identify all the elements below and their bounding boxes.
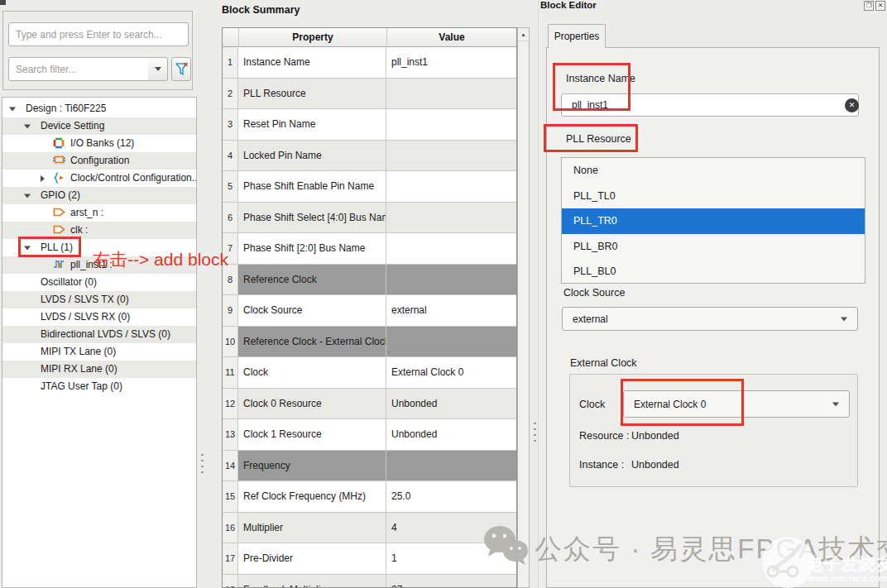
tree-item-configuration[interactable]: Configuration <box>2 152 196 170</box>
pll-resource-option-pll-tl0[interactable]: PLL_TL0 <box>562 184 865 209</box>
splitter-handle-right[interactable] <box>534 423 536 444</box>
table-row-reference-clock-external-clock[interactable]: 10Reference Clock - External Clock <box>223 327 516 358</box>
tree-item-design-ti60f225[interactable]: Design : Ti60F225 <box>2 100 196 117</box>
collapse-arrow-icon[interactable] <box>9 107 16 111</box>
table-row-phase-shift-enable-pin-name[interactable]: 5Phase Shift Enable Pin Name <box>223 171 516 203</box>
property-cell: Phase Shift [2:0] Bus Name <box>238 233 386 265</box>
table-row-pll-resource[interactable]: 2PLL Resource <box>223 79 516 110</box>
tree-item-mipi-tx-lane-0[interactable]: MIPI TX Lane (0) <box>2 343 196 361</box>
block-summary-title: Block Summary <box>222 4 300 16</box>
clock-source-value: external <box>573 313 608 325</box>
collapse-arrow-icon[interactable] <box>24 194 31 198</box>
table-row-ref-clock-frequency-mhz[interactable]: 15Ref Clock Frequency (MHz)25.0 <box>223 481 516 513</box>
instance-name-field[interactable]: pll_inst1 <box>561 93 859 117</box>
filter-input[interactable] <box>8 57 149 81</box>
funnel-icon <box>175 62 189 77</box>
tree-item-label: LVDS / SLVS RX (0) <box>41 308 130 326</box>
table-row-phase-shift-2-0-bus-name[interactable]: 7Phase Shift [2:0] Bus Name <box>223 233 516 265</box>
property-cell: Clock Source <box>238 295 386 327</box>
annotation-text: 右击--> add block <box>93 248 228 271</box>
row-number: 16 <box>223 513 238 544</box>
config-icon <box>53 155 65 166</box>
tree-item-jtag-user-tap-0[interactable]: JTAG User Tap (0) <box>2 378 196 395</box>
table-row-locked-pin-name[interactable]: 4Locked Pin Name <box>223 141 516 172</box>
tree-item-lvds-slvs-tx-0[interactable]: LVDS / SLVS TX (0) <box>2 291 196 308</box>
table-scrollbar[interactable]: ▲ <box>517 27 530 588</box>
tree-item-label: PLL (1) <box>41 239 73 256</box>
pll-resource-option-pll-br0[interactable]: PLL_BR0 <box>562 234 865 260</box>
property-cell: Reference Clock <box>238 265 386 296</box>
property-cell: Multiplier <box>238 513 386 544</box>
row-number: 11 <box>223 357 238 389</box>
table-row-phase-shift-select-4-0-bus-name[interactable]: 6Phase Shift Select [4:0] Bus Name <box>223 203 516 234</box>
float-window-icon: ❐ <box>865 2 871 9</box>
chevron-down-icon <box>841 317 847 321</box>
external-clock-select[interactable]: External Clock 0 <box>623 390 850 418</box>
tree-item-i-o-banks-12[interactable]: I/O Banks (12) <box>2 135 196 152</box>
tree-item-label: arst_n : <box>70 204 103 222</box>
tree-item-oscillator-0[interactable]: Oscillator (0) <box>2 274 196 291</box>
collapse-arrow-icon[interactable] <box>24 124 31 128</box>
row-number: 1 <box>223 47 238 79</box>
clear-field-button[interactable]: ✕ <box>845 98 859 112</box>
tree-item-gpio-2[interactable]: GPIO (2) <box>2 187 196 204</box>
splitter-handle-left[interactable] <box>201 454 204 476</box>
close-icon: ✕ <box>878 2 884 9</box>
table-row-clock-source[interactable]: 9Clock Sourceexternal <box>223 295 516 327</box>
scroll-up-icon: ▲ <box>520 31 526 37</box>
pll-resource-option-pll-bl0[interactable]: PLL_BL0 <box>562 259 865 284</box>
float-window-button[interactable]: ❐ <box>864 1 874 11</box>
table-row-clock[interactable]: 11ClockExternal Clock 0 <box>223 357 516 389</box>
column-header-value[interactable]: Value <box>386 28 516 47</box>
value-cell: Unbonded <box>386 389 516 420</box>
value-cell <box>386 265 516 296</box>
table-row-frequency[interactable]: 14Frequency <box>223 451 516 482</box>
table-row-multiplier[interactable]: 16Multiplier4 <box>223 513 516 544</box>
pll-resource-option-pll-tr0[interactable]: PLL_TR0 <box>562 208 865 234</box>
tree-item-lvds-slvs-rx-0[interactable]: LVDS / SLVS RX (0) <box>2 308 196 326</box>
column-header-property[interactable]: Property <box>238 28 386 47</box>
pll-resource-option-none[interactable]: None <box>562 158 865 184</box>
table-row-instance-name[interactable]: 1Instance Namepll_inst1 <box>223 47 516 79</box>
tab-properties[interactable]: Properties <box>548 24 606 48</box>
clear-filter-button[interactable] <box>171 57 191 81</box>
tab-seam <box>549 46 605 49</box>
tree-item-clock-control-configuration[interactable]: Clock/Control Configuration... <box>2 170 196 187</box>
table-row-feedback-multiplier[interactable]: 18Feedback Multiplier27 <box>223 575 516 588</box>
tree-item-label: Clock/Control Configuration... <box>70 170 197 187</box>
clear-field-icon: ✕ <box>849 102 856 109</box>
tree-item-arst-n[interactable]: arst_n : <box>2 204 196 222</box>
instance-label: Instance : <box>579 459 624 471</box>
property-cell: Frequency <box>238 451 386 482</box>
collapse-arrow-icon[interactable] <box>24 246 31 250</box>
tree-item-device-setting[interactable]: Device Setting <box>2 117 196 135</box>
property-cell: Instance Name <box>238 47 386 79</box>
table-row-clock-0-resource[interactable]: 12Clock 0 ResourceUnbonded <box>223 389 516 420</box>
value-cell <box>386 79 516 110</box>
value-cell: Unbonded <box>386 419 516 451</box>
table-row-reset-pin-name[interactable]: 3Reset Pin Name <box>223 109 516 141</box>
application-window: Design : Ti60F225Device SettingI/O Banks… <box>0 0 887 588</box>
row-number: 13 <box>223 419 238 451</box>
tree-item-clk[interactable]: clk : <box>2 222 196 239</box>
panel-divider <box>538 0 539 588</box>
property-cell: Clock 0 Resource <box>238 389 386 420</box>
value-cell: External Clock 0 <box>386 357 516 389</box>
row-number: 18 <box>223 575 238 588</box>
search-input[interactable] <box>8 22 189 46</box>
value-cell <box>386 141 516 172</box>
close-panel-button[interactable]: ✕ <box>875 1 885 11</box>
property-cell: Locked Pin Name <box>238 141 386 172</box>
table-row-reference-clock[interactable]: 8Reference Clock <box>223 265 516 296</box>
scroll-up-button[interactable]: ▲ <box>518 28 529 41</box>
tab-properties-label: Properties <box>554 31 600 42</box>
filter-dropdown-button[interactable] <box>148 57 168 81</box>
expand-arrow-icon[interactable] <box>41 175 45 182</box>
table-row-pre-divider[interactable]: 17Pre-Divider1 <box>223 543 516 575</box>
tree-item-bidirectional-lvds-slvs-0[interactable]: Bidirectional LVDS / SLVS (0) <box>2 326 196 343</box>
row-number: 4 <box>223 141 238 172</box>
table-row-clock-1-resource[interactable]: 13Clock 1 ResourceUnbonded <box>223 419 516 451</box>
value-cell <box>386 451 516 482</box>
tree-item-mipi-rx-lane-0[interactable]: MIPI RX Lane (0) <box>2 361 196 378</box>
clock-source-select[interactable]: external <box>562 307 858 331</box>
